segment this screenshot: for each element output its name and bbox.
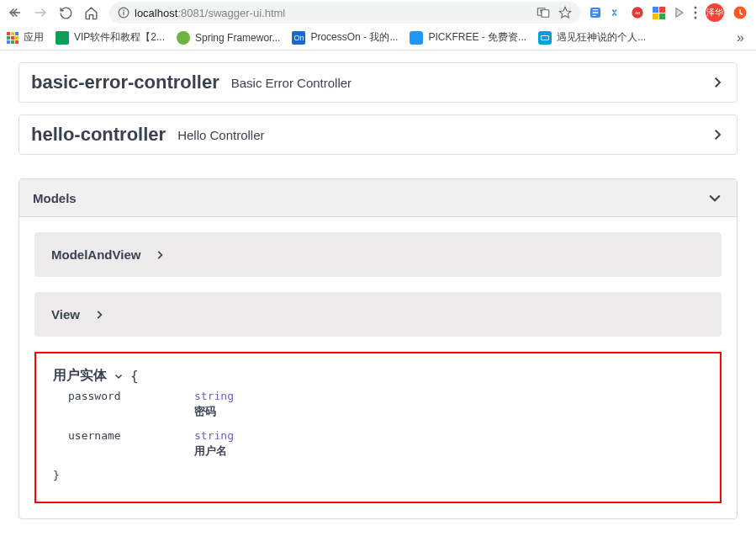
models-title: Models — [33, 191, 77, 205]
svg-point-13 — [695, 17, 697, 19]
bookmark-item[interactable]: Spring Framewor... — [177, 31, 280, 45]
controller-name: basic-error-controller — [31, 72, 219, 93]
chevron-right-icon — [710, 127, 725, 142]
bookmark-label: 遇见狂神说的个人... — [557, 30, 646, 45]
model-name: 用户实体 — [53, 367, 107, 385]
reload-button[interactable] — [56, 3, 76, 23]
svg-point-12 — [695, 12, 697, 14]
model-name: ModelAndView — [51, 247, 140, 262]
model-row-view[interactable]: View — [34, 292, 722, 337]
apps-shortcut[interactable]: 应用 — [7, 30, 44, 45]
model-expanded-header[interactable]: 用户实体 { — [53, 367, 703, 385]
swagger-content: basic-error-controller Basic Error Contr… — [0, 62, 756, 536]
reload-icon — [59, 6, 73, 20]
extensions-area: ∞ 泽华 — [589, 3, 751, 22]
bookmark-label: ProcessOn - 我的... — [310, 30, 398, 45]
apps-grid-icon — [7, 32, 19, 44]
controller-header-hello[interactable]: hello-controller Hello Controller — [19, 115, 737, 154]
controller-desc: Basic Error Controller — [231, 76, 352, 90]
model-expanded-user-entity: 用户实体 { password string 密码 — [34, 352, 722, 503]
property-key: username — [68, 429, 194, 459]
home-icon — [84, 6, 98, 20]
favicon-icon — [56, 31, 69, 45]
translate-icon[interactable] — [537, 6, 550, 19]
property-desc: 用户名 — [194, 444, 234, 459]
browser-toolbar: localhost:8081/swagger-ui.html ∞ 泽华 — [0, 0, 756, 25]
back-button[interactable] — [5, 3, 25, 23]
close-brace: } — [53, 469, 703, 481]
chevron-right-icon — [710, 75, 725, 90]
forward-button[interactable] — [30, 3, 50, 23]
svg-point-11 — [695, 7, 697, 9]
site-info-icon[interactable] — [118, 7, 130, 19]
extension-icon-5[interactable] — [674, 7, 685, 19]
chevron-right-icon — [154, 249, 166, 261]
models-section: Models ModelAndView View 用户实体 — [19, 178, 737, 519]
svg-text:∞: ∞ — [635, 9, 640, 17]
bookmark-label: VIP软件和教程【2... — [74, 30, 165, 45]
svg-point-4 — [124, 10, 124, 11]
model-property: username string 用户名 — [68, 429, 703, 459]
favicon-icon — [410, 31, 423, 45]
controller-desc: Hello Controller — [177, 128, 264, 142]
extension-icon-6[interactable] — [732, 5, 748, 20]
model-row-modelandview[interactable]: ModelAndView — [34, 232, 722, 277]
controller-section: hello-controller Hello Controller — [19, 114, 737, 155]
bookmarks-overflow[interactable]: » — [737, 30, 749, 45]
favicon-icon — [177, 31, 190, 45]
svg-marker-7 — [559, 7, 570, 18]
extension-icon-2[interactable] — [611, 7, 622, 19]
property-key: password — [68, 390, 194, 419]
bookmark-item[interactable]: VIP软件和教程【2... — [56, 30, 165, 45]
controller-section: basic-error-controller Basic Error Contr… — [19, 62, 737, 103]
home-button[interactable] — [81, 3, 101, 23]
kebab-menu-icon[interactable] — [694, 6, 697, 19]
open-brace: { — [130, 368, 139, 384]
models-header[interactable]: Models — [19, 179, 737, 217]
bookmark-label: PICKFREE - 免费资... — [428, 30, 526, 45]
extension-icon-3[interactable]: ∞ — [631, 6, 644, 19]
bookmark-label: Spring Framewor... — [195, 32, 280, 44]
arrow-right-icon — [33, 5, 48, 20]
controller-header-basic-error[interactable]: basic-error-controller Basic Error Contr… — [19, 63, 737, 102]
chevron-right-icon — [93, 309, 105, 321]
favicon-icon — [538, 31, 552, 45]
chevron-down-icon — [114, 371, 124, 381]
user-avatar[interactable]: 泽华 — [706, 3, 724, 22]
model-property: password string 密码 — [68, 390, 703, 419]
address-bar[interactable]: localhost:8081/swagger-ui.html — [109, 2, 580, 24]
star-icon[interactable] — [558, 6, 572, 19]
controller-name: hello-controller — [31, 124, 166, 146]
bookmarks-bar: 应用 VIP软件和教程【2... Spring Framewor... On P… — [0, 25, 756, 50]
model-name: View — [51, 307, 80, 321]
property-desc: 密码 — [194, 404, 234, 419]
favicon-icon: On — [292, 31, 305, 45]
svg-rect-6 — [542, 10, 549, 18]
extension-icon-4[interactable] — [653, 7, 665, 19]
bookmark-item[interactable]: PICKFREE - 免费资... — [410, 30, 526, 45]
apps-label: 应用 — [24, 30, 44, 45]
arrow-left-icon — [8, 5, 23, 20]
extension-icon-1[interactable] — [589, 6, 602, 19]
model-properties: password string 密码 username string 用户名 — [53, 390, 703, 459]
bookmark-item[interactable]: 遇见狂神说的个人... — [538, 30, 646, 45]
property-type: string — [194, 390, 234, 402]
bookmark-item[interactable]: On ProcessOn - 我的... — [292, 30, 398, 45]
property-type: string — [194, 429, 234, 442]
url-text: localhost:8081/swagger-ui.html — [135, 7, 285, 19]
models-body: ModelAndView View 用户实体 { — [19, 217, 737, 518]
chevron-down-icon — [706, 189, 723, 206]
